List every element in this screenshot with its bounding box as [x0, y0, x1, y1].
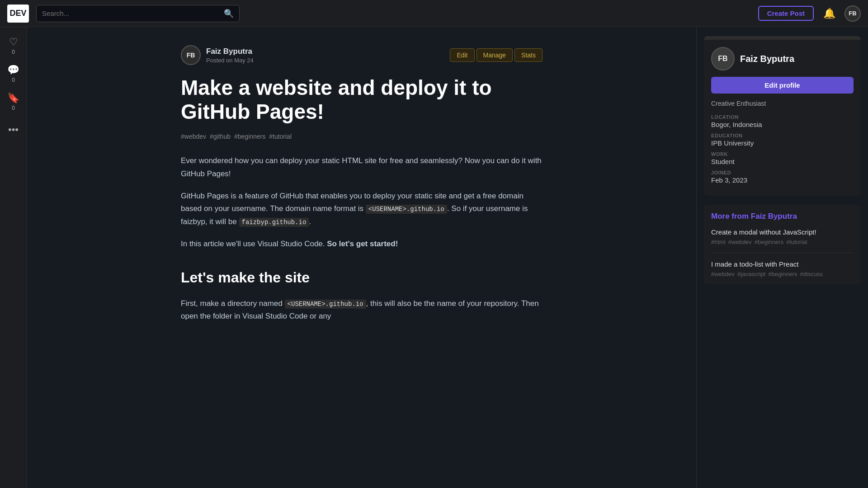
more-post-2: I made a todo-list with Preact #webdev #…: [711, 260, 854, 277]
search-input[interactable]: [42, 9, 220, 17]
inline-code-2: faizbyp.github.io: [239, 218, 309, 227]
article-meta: FB Faiz Byputra Posted on May 24 Edit Ma…: [181, 45, 542, 65]
education-detail: EDUCATION IPB University: [711, 133, 854, 147]
section-heading-1: Let's make the site: [181, 265, 542, 290]
article-tags: #webdev #github #beginners #tutorial: [181, 133, 542, 140]
more-post-tag-webdev[interactable]: #webdev: [728, 239, 752, 245]
header: DEV 🔍 Create Post 🔔 FB: [0, 0, 868, 27]
article-body: Ever wondered how you can deploy your st…: [181, 155, 542, 324]
bookmark-count: 0: [12, 105, 15, 111]
work-label: WORK: [711, 151, 854, 157]
tag-github[interactable]: #github: [210, 133, 231, 140]
user-avatar-header[interactable]: FB: [844, 5, 861, 22]
location-label: LOCATION: [711, 114, 854, 120]
heart-icon: ♡: [9, 36, 18, 48]
bookmark-action[interactable]: 🔖 0: [7, 92, 19, 111]
notification-icon[interactable]: 🔔: [821, 5, 837, 22]
work-value: Student: [711, 158, 854, 165]
edit-profile-button[interactable]: Edit profile: [711, 77, 854, 94]
article-title: Make a website and deploy it to GitHub P…: [181, 76, 542, 124]
profile-card: FB Faiz Byputra Edit profile Creative En…: [704, 36, 861, 196]
posted-date: Posted on May 24: [206, 57, 254, 64]
search-bar[interactable]: 🔍: [36, 5, 240, 22]
right-sidebar: FB Faiz Byputra Edit profile Creative En…: [696, 27, 868, 488]
more-post-tag-html[interactable]: #html: [711, 239, 726, 245]
profile-card-body: FB Faiz Byputra Edit profile Creative En…: [704, 40, 861, 196]
more-post-tag-beginners2[interactable]: #beginners: [768, 271, 797, 277]
education-label: EDUCATION: [711, 133, 854, 138]
article-actions: Edit Manage Stats: [450, 48, 542, 62]
more-post-tags-1: #html #webdev #beginners #tutorial: [711, 239, 854, 245]
more-from-author-link[interactable]: Faiz Byputra: [751, 212, 797, 221]
manage-button[interactable]: Manage: [476, 48, 513, 62]
joined-value: Feb 3, 2023: [711, 176, 854, 184]
comment-action[interactable]: 💬 0: [7, 64, 19, 83]
education-value: IPB University: [711, 139, 854, 147]
location-detail: LOCATION Bogor, Indonesia: [711, 114, 854, 128]
body-paragraph-1: Ever wondered how you can deploy your st…: [181, 155, 542, 181]
inline-code-3: <USERNAME>.github.io: [285, 300, 366, 309]
stats-button[interactable]: Stats: [514, 48, 542, 62]
profile-card-banner: [704, 36, 861, 40]
tag-webdev[interactable]: #webdev: [181, 133, 206, 140]
more-post-tag-webdev2[interactable]: #webdev: [711, 271, 735, 277]
location-value: Bogor, Indonesia: [711, 121, 854, 128]
body-paragraph-4: First, make a directory named <USERNAME>…: [181, 297, 542, 324]
profile-header: FB Faiz Byputra: [711, 47, 854, 70]
author-avatar[interactable]: FB: [181, 45, 201, 65]
more-post-title-2[interactable]: I made a todo-list with Preact: [711, 260, 854, 268]
profile-name: Faiz Byputra: [740, 54, 794, 64]
more-post-tag-javascript[interactable]: #javascript: [737, 271, 765, 277]
create-post-button[interactable]: Create Post: [758, 6, 814, 21]
edit-button[interactable]: Edit: [450, 48, 474, 62]
joined-detail: JOINED Feb 3, 2023: [711, 170, 854, 184]
left-sidebar: ♡ 0 💬 0 🔖 0 •••: [0, 27, 27, 488]
more-post-tag-tutorial[interactable]: #tutorial: [786, 239, 807, 245]
profile-bio: Creative Enthusiast: [711, 100, 854, 107]
page-layout: ♡ 0 💬 0 🔖 0 ••• FB Faiz Byputra Posted o…: [0, 27, 868, 488]
profile-avatar[interactable]: FB: [711, 47, 735, 70]
inline-code-1: <USERNAME>.github.io: [366, 205, 447, 214]
more-post-1: Create a modal without JavaScript! #html…: [711, 228, 854, 253]
comment-count: 0: [12, 77, 15, 83]
bookmark-icon: 🔖: [7, 92, 19, 104]
work-detail: WORK Student: [711, 151, 854, 165]
tag-tutorial[interactable]: #tutorial: [269, 133, 292, 140]
tag-beginners[interactable]: #beginners: [234, 133, 265, 140]
like-action[interactable]: ♡ 0: [9, 36, 18, 55]
more-actions-button[interactable]: •••: [8, 124, 19, 136]
comment-icon: 💬: [7, 64, 19, 76]
body-paragraph-2: GitHub Pages is a feature of GitHub that…: [181, 190, 542, 229]
more-post-tag-discuss[interactable]: #discuss: [800, 271, 823, 277]
more-from-section: More from Faiz Byputra Create a modal wi…: [704, 205, 861, 285]
main-content: FB Faiz Byputra Posted on May 24 Edit Ma…: [27, 27, 696, 488]
author-info: FB Faiz Byputra Posted on May 24: [181, 45, 254, 65]
more-post-tag-beginners[interactable]: #beginners: [755, 239, 783, 245]
like-count: 0: [12, 49, 15, 55]
joined-label: JOINED: [711, 170, 854, 175]
more-from-title: More from Faiz Byputra: [711, 212, 854, 221]
body-paragraph-3: In this article we'll use Visual Studio …: [181, 238, 542, 251]
search-icon: 🔍: [224, 9, 234, 19]
logo[interactable]: DEV: [7, 5, 29, 23]
author-name[interactable]: Faiz Byputra: [206, 47, 254, 56]
more-post-tags-2: #webdev #javascript #beginners #discuss: [711, 271, 854, 277]
article-container: FB Faiz Byputra Posted on May 24 Edit Ma…: [158, 27, 565, 350]
more-post-title-1[interactable]: Create a modal without JavaScript!: [711, 228, 854, 236]
